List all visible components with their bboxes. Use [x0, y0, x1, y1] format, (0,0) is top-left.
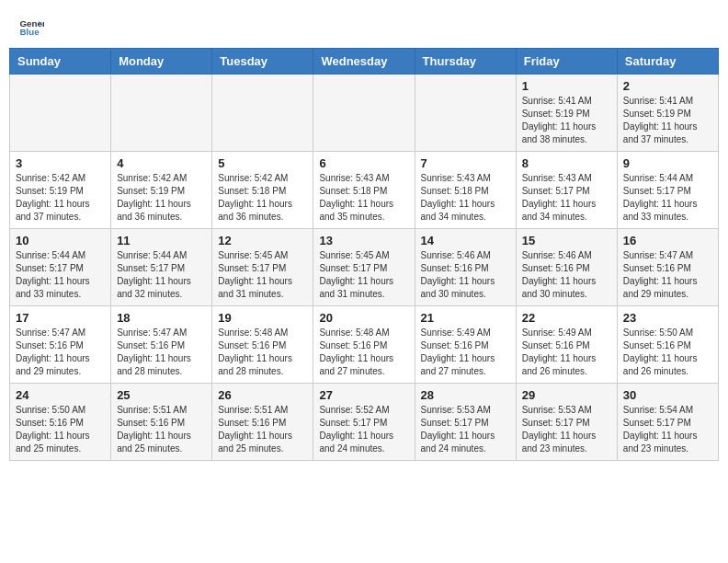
day-info: Sunrise: 5:49 AM Sunset: 5:16 PM Dayligh…: [421, 327, 510, 378]
day-number: 11: [117, 234, 206, 247]
calendar-header-monday: Monday: [111, 49, 212, 75]
calendar-header-sunday: Sunday: [10, 49, 111, 75]
calendar-week-3: 10Sunrise: 5:44 AM Sunset: 5:17 PM Dayli…: [10, 229, 719, 306]
day-number: 25: [117, 388, 206, 402]
day-info: Sunrise: 5:44 AM Sunset: 5:17 PM Dayligh…: [623, 172, 712, 224]
calendar-week-2: 3Sunrise: 5:42 AM Sunset: 5:19 PM Daylig…: [10, 152, 719, 229]
calendar-cell: 27Sunrise: 5:52 AM Sunset: 5:17 PM Dayli…: [313, 384, 415, 461]
calendar-header-wednesday: Wednesday: [313, 49, 415, 75]
calendar-cell: 14Sunrise: 5:46 AM Sunset: 5:16 PM Dayli…: [415, 229, 516, 306]
day-number: 9: [623, 156, 712, 170]
day-number: 17: [16, 311, 105, 325]
calendar-cell: 25Sunrise: 5:51 AM Sunset: 5:16 PM Dayli…: [111, 384, 212, 461]
calendar-cell: [10, 75, 111, 152]
day-info: Sunrise: 5:46 AM Sunset: 5:16 PM Dayligh…: [421, 249, 510, 301]
calendar-cell: 20Sunrise: 5:48 AM Sunset: 5:16 PM Dayli…: [313, 306, 415, 384]
day-info: Sunrise: 5:50 AM Sunset: 5:16 PM Dayligh…: [623, 327, 712, 378]
calendar-cell: 30Sunrise: 5:54 AM Sunset: 5:17 PM Dayli…: [617, 384, 718, 461]
calendar-cell: 15Sunrise: 5:46 AM Sunset: 5:16 PM Dayli…: [516, 229, 617, 306]
calendar-cell: 1Sunrise: 5:41 AM Sunset: 5:19 PM Daylig…: [516, 75, 617, 152]
calendar-header-friday: Friday: [516, 49, 617, 75]
day-number: 27: [319, 388, 408, 402]
calendar-header-tuesday: Tuesday: [212, 49, 313, 75]
day-number: 2: [623, 79, 712, 93]
svg-text:Blue: Blue: [19, 27, 40, 37]
calendar-cell: 21Sunrise: 5:49 AM Sunset: 5:16 PM Dayli…: [415, 306, 516, 384]
calendar-cell: 13Sunrise: 5:45 AM Sunset: 5:17 PM Dayli…: [313, 229, 415, 306]
calendar-cell: 22Sunrise: 5:49 AM Sunset: 5:16 PM Dayli…: [516, 306, 617, 384]
calendar-header-thursday: Thursday: [415, 49, 516, 75]
day-info: Sunrise: 5:44 AM Sunset: 5:17 PM Dayligh…: [117, 249, 206, 301]
day-info: Sunrise: 5:42 AM Sunset: 5:19 PM Dayligh…: [117, 172, 206, 224]
day-number: 13: [319, 234, 408, 247]
calendar-cell: 23Sunrise: 5:50 AM Sunset: 5:16 PM Dayli…: [617, 306, 718, 384]
calendar-cell: [212, 75, 313, 152]
day-info: Sunrise: 5:42 AM Sunset: 5:19 PM Dayligh…: [16, 172, 105, 224]
day-number: 21: [421, 311, 510, 325]
calendar-cell: 10Sunrise: 5:44 AM Sunset: 5:17 PM Dayli…: [10, 229, 111, 306]
calendar-cell: 5Sunrise: 5:42 AM Sunset: 5:18 PM Daylig…: [212, 152, 313, 229]
calendar-week-5: 24Sunrise: 5:50 AM Sunset: 5:16 PM Dayli…: [10, 384, 719, 461]
day-info: Sunrise: 5:41 AM Sunset: 5:19 PM Dayligh…: [623, 95, 712, 146]
day-number: 10: [16, 234, 105, 247]
calendar-cell: 11Sunrise: 5:44 AM Sunset: 5:17 PM Dayli…: [111, 229, 212, 306]
day-info: Sunrise: 5:51 AM Sunset: 5:16 PM Dayligh…: [117, 404, 206, 455]
calendar-cell: 8Sunrise: 5:43 AM Sunset: 5:17 PM Daylig…: [516, 152, 617, 229]
day-number: 19: [218, 311, 307, 325]
calendar-header-row: SundayMondayTuesdayWednesdayThursdayFrid…: [10, 49, 719, 75]
day-info: Sunrise: 5:50 AM Sunset: 5:16 PM Dayligh…: [16, 404, 105, 455]
day-number: 20: [319, 311, 408, 325]
day-number: 8: [522, 156, 611, 170]
logo: General Blue: [18, 15, 44, 40]
day-info: Sunrise: 5:49 AM Sunset: 5:16 PM Dayligh…: [522, 327, 611, 378]
day-info: Sunrise: 5:43 AM Sunset: 5:18 PM Dayligh…: [421, 172, 510, 224]
calendar-cell: 9Sunrise: 5:44 AM Sunset: 5:17 PM Daylig…: [617, 152, 718, 229]
day-info: Sunrise: 5:44 AM Sunset: 5:17 PM Dayligh…: [16, 249, 105, 301]
calendar-cell: [415, 75, 516, 152]
day-number: 16: [623, 234, 712, 247]
day-info: Sunrise: 5:51 AM Sunset: 5:16 PM Dayligh…: [218, 404, 307, 455]
day-number: 6: [319, 156, 408, 170]
calendar-week-1: 1Sunrise: 5:41 AM Sunset: 5:19 PM Daylig…: [10, 75, 719, 152]
day-info: Sunrise: 5:42 AM Sunset: 5:18 PM Dayligh…: [218, 172, 307, 224]
day-number: 1: [522, 79, 611, 93]
day-number: 29: [522, 388, 611, 402]
day-info: Sunrise: 5:53 AM Sunset: 5:17 PM Dayligh…: [522, 404, 611, 455]
calendar-week-4: 17Sunrise: 5:47 AM Sunset: 5:16 PM Dayli…: [10, 306, 719, 384]
calendar-cell: 28Sunrise: 5:53 AM Sunset: 5:17 PM Dayli…: [415, 384, 516, 461]
calendar-cell: 17Sunrise: 5:47 AM Sunset: 5:16 PM Dayli…: [10, 306, 111, 384]
day-number: 12: [218, 234, 307, 247]
calendar-cell: 7Sunrise: 5:43 AM Sunset: 5:18 PM Daylig…: [415, 152, 516, 229]
day-number: 24: [16, 388, 105, 402]
day-info: Sunrise: 5:41 AM Sunset: 5:19 PM Dayligh…: [522, 95, 611, 146]
day-info: Sunrise: 5:47 AM Sunset: 5:16 PM Dayligh…: [16, 327, 105, 378]
day-info: Sunrise: 5:53 AM Sunset: 5:17 PM Dayligh…: [421, 404, 510, 455]
day-number: 22: [522, 311, 611, 325]
day-number: 5: [218, 156, 307, 170]
day-info: Sunrise: 5:46 AM Sunset: 5:16 PM Dayligh…: [522, 249, 611, 301]
calendar-cell: 12Sunrise: 5:45 AM Sunset: 5:17 PM Dayli…: [212, 229, 313, 306]
day-info: Sunrise: 5:48 AM Sunset: 5:16 PM Dayligh…: [218, 327, 307, 378]
day-number: 18: [117, 311, 206, 325]
day-number: 3: [16, 156, 105, 170]
calendar-table: SundayMondayTuesdayWednesdayThursdayFrid…: [9, 48, 719, 461]
calendar-cell: 26Sunrise: 5:51 AM Sunset: 5:16 PM Dayli…: [212, 384, 313, 461]
calendar-cell: 4Sunrise: 5:42 AM Sunset: 5:19 PM Daylig…: [111, 152, 212, 229]
calendar-cell: 19Sunrise: 5:48 AM Sunset: 5:16 PM Dayli…: [212, 306, 313, 384]
calendar-cell: [313, 75, 415, 152]
day-info: Sunrise: 5:48 AM Sunset: 5:16 PM Dayligh…: [319, 327, 408, 378]
calendar-cell: 24Sunrise: 5:50 AM Sunset: 5:16 PM Dayli…: [10, 384, 111, 461]
day-number: 15: [522, 234, 611, 247]
calendar-cell: 3Sunrise: 5:42 AM Sunset: 5:19 PM Daylig…: [10, 152, 111, 229]
day-number: 14: [421, 234, 510, 247]
calendar-cell: 6Sunrise: 5:43 AM Sunset: 5:18 PM Daylig…: [313, 152, 415, 229]
day-info: Sunrise: 5:45 AM Sunset: 5:17 PM Dayligh…: [319, 249, 408, 301]
day-number: 28: [421, 388, 510, 402]
day-number: 7: [421, 156, 510, 170]
calendar-cell: 29Sunrise: 5:53 AM Sunset: 5:17 PM Dayli…: [516, 384, 617, 461]
day-number: 4: [117, 156, 206, 170]
day-number: 23: [623, 311, 712, 325]
day-info: Sunrise: 5:52 AM Sunset: 5:17 PM Dayligh…: [319, 404, 408, 455]
day-info: Sunrise: 5:47 AM Sunset: 5:16 PM Dayligh…: [117, 327, 206, 378]
calendar-cell: 16Sunrise: 5:47 AM Sunset: 5:16 PM Dayli…: [617, 229, 718, 306]
